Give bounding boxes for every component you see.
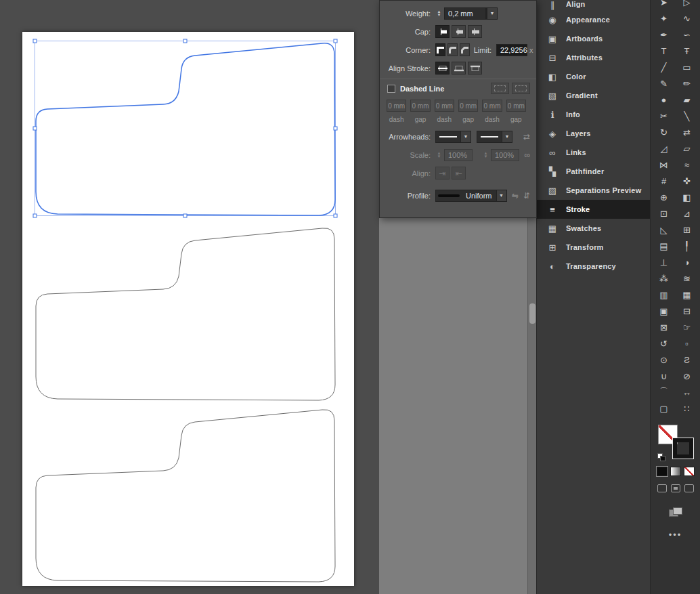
magic-wand-tool[interactable]: ✦ [653,10,676,26]
dock-item-transform[interactable]: ⊞ Transform [537,238,650,257]
dash-input-2[interactable]: 0 mm [435,100,454,112]
width-tool[interactable]: ⋈ [653,156,676,173]
scale-start-stepper[interactable]: ▲▼ [435,152,443,158]
preserve-dashes-button[interactable] [491,83,509,94]
cap-projecting-button[interactable] [468,25,482,38]
shape-builder-tool[interactable]: ⊕ [653,189,676,205]
change-screen-mode-button[interactable] [669,507,682,517]
print-tiling-tool[interactable]: ▫ [676,335,699,352]
puppet-warp-tool[interactable]: ✜ [676,173,699,189]
draw-behind-button[interactable] [671,484,680,492]
pen-tool[interactable]: ✒ [653,26,676,43]
arrowhead-end-dropdown[interactable]: ▼ [477,131,512,143]
eyedropper-tool[interactable]: ╿ [676,238,699,254]
cap-butt-button[interactable] [435,25,450,38]
scale-end-stepper[interactable]: ▲▼ [482,152,489,158]
flip-across-icon[interactable]: ⇵ [523,191,530,200]
cap-round-button[interactable] [452,25,466,38]
measure-tool[interactable]: ⊥ [653,254,676,270]
chevron-down-icon[interactable]: ▼ [487,8,497,19]
artboard[interactable] [22,32,354,586]
arrow-tip-at-end-button[interactable]: ⇤ [452,167,466,179]
align-dashes-button[interactable] [512,83,530,94]
dock-item-separations-preview[interactable]: ▨ Separations Preview [537,181,650,200]
flip-along-icon[interactable]: ⇋ [512,191,519,200]
rectangle-tool[interactable]: ▭ [676,59,699,75]
link-scales-icon[interactable]: ∞ [524,150,530,160]
blend-tool[interactable]: ◑ [676,254,699,270]
dock-item-appearance[interactable]: ◉ Appearance [537,10,650,29]
chevron-down-icon[interactable]: ▼ [496,190,506,201]
swap-arrowheads-icon[interactable]: ⇄ [523,132,530,142]
weight-input[interactable]: 0,2 mm [444,7,486,20]
column-graph-tool[interactable]: ▥ [653,287,676,303]
slice-selection-tool[interactable]: ⊠ [653,319,676,335]
align-stroke-center-button[interactable] [435,62,450,75]
dock-item-pathfinder[interactable]: ▚ Pathfinder [537,162,650,181]
artboard-tool[interactable]: ▣ [653,303,676,319]
free-transform-tool[interactable]: # [653,173,676,189]
more-tools-tool[interactable]: ∷ [676,400,699,417]
dimension-tool[interactable]: ↔ [676,384,699,400]
dash-input-3[interactable]: 0 mm [482,100,502,112]
live-paint-bucket-tool[interactable]: ◧ [676,189,699,205]
color-button[interactable] [657,467,668,476]
curvature-tool[interactable]: ∽ [676,26,699,43]
dock-item-artboards[interactable]: ▣ Artboards [537,29,650,48]
scissors-tool[interactable]: ✂ [653,108,676,124]
arrow-tip-extend-button[interactable]: ⇥ [435,167,450,179]
dock-item-transparency[interactable]: ◐ Transparency [537,257,650,276]
gap-input-1[interactable]: 0 mm [410,100,430,112]
perspective-grid-tool[interactable]: ⊿ [676,205,699,221]
dock-item-attributes[interactable]: ⊟ Attributes [537,48,650,67]
warp-tool[interactable]: ≈ [676,156,699,173]
weight-stepper[interactable]: ▲▼ [435,10,443,17]
dock-item-links[interactable]: ∞ Links [537,143,650,162]
chevron-down-icon[interactable]: ▼ [460,131,471,142]
dock-item-layers[interactable]: ◈ Layers [537,124,650,143]
tag-shape-1-selected[interactable] [33,39,337,217]
slice-tool[interactable]: ⊟ [676,303,699,319]
draw-inside-button[interactable] [684,484,694,492]
rotate-tool[interactable]: ↻ [653,124,676,140]
corner-bevel-button[interactable] [460,43,470,56]
knife-tool[interactable]: ╲ [676,108,699,124]
line-segment-tool[interactable]: ╱ [653,59,676,75]
symbol-shifter-tool[interactable]: ≋ [676,270,699,287]
join-tool[interactable]: ⌒ [653,384,676,400]
pencil-tool[interactable]: ✏ [676,75,699,91]
tag-shape-2[interactable] [36,228,335,400]
paintbrush-tool[interactable]: ✎ [653,75,676,91]
zoom-tool[interactable]: ⊙ [653,352,676,368]
lasso-tool[interactable]: ∿ [676,10,699,26]
rotate-view-tool[interactable]: ↺ [653,335,676,352]
corner-round-button[interactable] [447,43,458,56]
selection-tool[interactable]: ➤ [653,0,676,10]
gap-input-2[interactable]: 0 mm [458,100,478,112]
chevron-down-icon[interactable]: ▼ [502,131,512,142]
reflect-tool[interactable]: ⇄ [676,124,699,140]
smooth-tool[interactable]: ∪ [653,368,676,384]
stacked-graph-tool[interactable]: ▦ [676,287,699,303]
dock-item-swatches[interactable]: ▦ Swatches [537,219,650,238]
dock-item-gradient[interactable]: ▧ Gradient [537,86,650,105]
dashed-line-label[interactable]: Dashed Line [400,85,444,93]
dock-item-color[interactable]: ◧ Color [537,67,650,86]
shear-tool[interactable]: ▱ [676,140,699,156]
limit-input[interactable]: 22,9256 [496,44,527,56]
gradient-tool[interactable]: ▤ [653,238,676,254]
scrollbar-thumb[interactable] [529,303,535,324]
none-button[interactable] [684,467,695,476]
direct-selection-tool[interactable]: ▷ [676,0,699,10]
arrowhead-start-dropdown[interactable]: ▼ [435,131,471,143]
canvas-area[interactable] [0,0,379,594]
dock-item-align[interactable]: ∥ Align [537,0,650,10]
hand-tool[interactable]: ☞ [676,319,699,335]
edit-toolbar-button[interactable]: ••• [669,530,682,540]
dock-item-stroke[interactable]: ≡ Stroke [537,200,650,219]
shaper-tool[interactable]: Ƨ [676,352,699,368]
scale-end-input[interactable]: 100% [491,149,519,161]
stroke-color-swatch[interactable] [673,438,693,459]
type-tool[interactable]: T [653,43,676,59]
weight-dropdown[interactable]: ▼ [486,7,498,20]
